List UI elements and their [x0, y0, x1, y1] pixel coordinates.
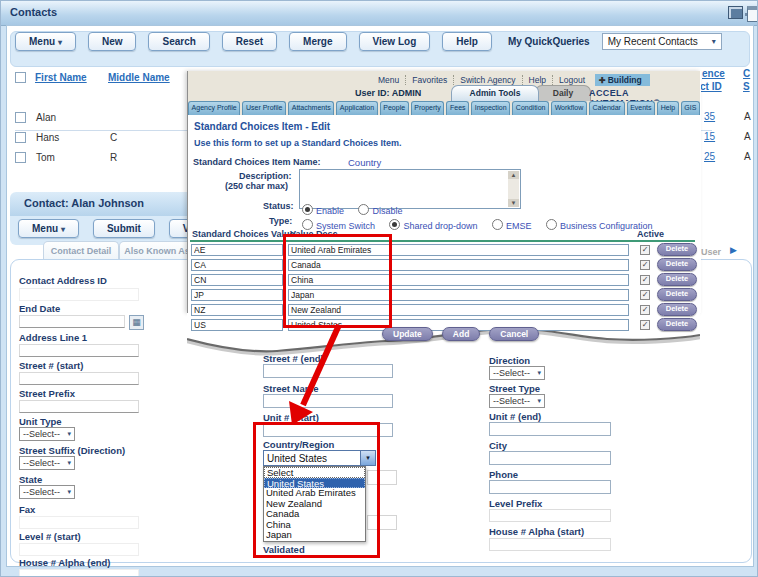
status-label: Status:	[263, 201, 294, 211]
cell-ref-link[interactable]: 35	[704, 111, 715, 122]
radio-enable[interactable]	[302, 204, 313, 215]
nav-tab-gis[interactable]: GIS	[681, 101, 700, 115]
choice-code-input[interactable]	[191, 244, 283, 256]
level-no-start-input[interactable]	[19, 543, 139, 556]
tab-user-overflow[interactable]: User	[701, 247, 721, 257]
choice-code-input[interactable]	[191, 304, 283, 316]
quickqueries-select[interactable]: My Recent Contacts ▾	[602, 33, 722, 50]
delete-button[interactable]: Delete	[657, 288, 697, 301]
column-header-reference-frag2[interactable]: ct ID	[700, 81, 722, 92]
help-button[interactable]: Help	[442, 32, 492, 51]
cell-ref-link[interactable]: 25	[704, 151, 715, 162]
active-checkbox[interactable]: ✓	[640, 320, 650, 330]
radio-disable[interactable]	[358, 204, 369, 215]
nav-tab-condition[interactable]: Condition	[512, 101, 549, 115]
contact-address-id-input[interactable]	[19, 288, 139, 301]
add-button[interactable]: Add	[442, 327, 481, 341]
nav-tab-property[interactable]: Property	[411, 101, 445, 115]
search-button[interactable]: Search	[148, 32, 209, 51]
radio-shared-dropdown[interactable]	[389, 219, 400, 230]
active-checkbox[interactable]: ✓	[640, 275, 650, 285]
delete-button[interactable]: Delete	[657, 318, 697, 331]
delete-button[interactable]: Delete	[657, 273, 697, 286]
overlay-favorites-link[interactable]: Favorites	[405, 75, 453, 85]
overlay-help-link[interactable]: Help	[522, 75, 552, 85]
nav-tab-fees[interactable]: Fees	[446, 101, 469, 115]
cancel-button[interactable]: Cancel	[489, 327, 539, 341]
overlay-logout-link[interactable]: Logout	[552, 75, 591, 85]
phone-input[interactable]	[489, 480, 611, 494]
scroll-up-icon[interactable]: ▲	[508, 171, 519, 179]
textarea-scrollbar[interactable]: ▲ ▼	[508, 171, 519, 207]
nav-tab-calendar[interactable]: Calendar	[589, 101, 625, 115]
row-checkbox[interactable]	[15, 132, 26, 143]
street-suffix-select[interactable]: --Select--▾	[19, 456, 75, 470]
column-header-first-name[interactable]: First Name	[35, 72, 87, 83]
nav-tab-workflow[interactable]: Workflow	[551, 101, 587, 115]
maximize-icon[interactable]	[747, 6, 758, 22]
row-checkbox[interactable]	[15, 152, 26, 163]
window-app-icon[interactable]	[728, 6, 743, 19]
nav-tab-inspection[interactable]: Inspection	[471, 101, 510, 115]
column-header-middle-name[interactable]: Middle Name	[108, 72, 170, 83]
merge-button[interactable]: Merge	[289, 32, 346, 51]
house-alpha-end-input[interactable]	[19, 569, 139, 577]
tab-also-known-as[interactable]: Also Known As	[119, 241, 195, 261]
column-header-reference-frag[interactable]: ence	[702, 68, 725, 79]
tab-contact-detail[interactable]: Contact Detail	[43, 241, 119, 261]
nav-tab-user-profile[interactable]: User Profile	[242, 101, 286, 115]
reset-button[interactable]: Reset	[222, 32, 277, 51]
choice-code-input[interactable]	[191, 274, 283, 286]
overlay-menu-link[interactable]: Menu	[372, 75, 405, 85]
column-header-status-frag2[interactable]: S	[743, 81, 750, 92]
tab-daily[interactable]: Daily	[535, 85, 591, 101]
choice-code-input[interactable]	[191, 259, 283, 271]
direction-select[interactable]: --Select--▾	[489, 366, 545, 380]
nav-tab-attachments[interactable]: Attachments	[288, 101, 334, 115]
contact-menu-button[interactable]: Menu ▾	[18, 219, 79, 238]
end-date-input[interactable]	[19, 315, 125, 328]
fax-input[interactable]	[19, 516, 139, 529]
delete-button[interactable]: Delete	[657, 258, 697, 271]
nav-tab-application[interactable]: Application	[336, 101, 377, 115]
calendar-icon[interactable]: ▦	[129, 315, 144, 330]
radio-emse[interactable]	[492, 219, 503, 230]
column-header-status-frag[interactable]: C	[743, 68, 750, 79]
delete-button[interactable]: Delete	[657, 243, 697, 256]
city-input[interactable]	[489, 451, 611, 465]
level-prefix-input[interactable]	[489, 509, 611, 522]
nav-tab-agency-profile[interactable]: Agency Profile	[188, 101, 240, 115]
menu-button[interactable]: Menu ▾	[15, 32, 76, 51]
nav-tab-people[interactable]: People	[380, 101, 409, 115]
scroll-down-icon[interactable]: ▼	[508, 199, 519, 207]
row-checkbox[interactable]	[15, 112, 26, 123]
active-checkbox[interactable]: ✓	[640, 290, 650, 300]
street-prefix-input[interactable]	[19, 400, 139, 413]
address-line-1-input[interactable]	[19, 344, 139, 357]
update-button[interactable]: Update	[382, 327, 433, 341]
state-select[interactable]: --Select--▾	[19, 485, 75, 499]
street-type-select[interactable]: --Select--▾	[489, 394, 545, 408]
delete-button[interactable]: Delete	[657, 303, 697, 316]
tab-admin-tools[interactable]: Admin Tools	[451, 85, 539, 101]
active-checkbox[interactable]: ✓	[640, 305, 650, 315]
tab-scroll-right-icon[interactable]: ▶	[730, 245, 737, 255]
building-module-chip[interactable]: ✚Building	[595, 74, 650, 86]
submit-button[interactable]: Submit	[93, 219, 155, 238]
unit-type-select[interactable]: --Select--▾	[19, 427, 75, 441]
nav-tab-events[interactable]: Events	[627, 101, 656, 115]
nav-tab-help[interactable]: Help	[657, 101, 679, 115]
unit-no-end-input[interactable]	[489, 422, 611, 436]
select-all-checkbox[interactable]	[15, 72, 26, 83]
cell-ref-link[interactable]: 15	[704, 131, 715, 142]
overlay-switch-agency-link[interactable]: Switch Agency	[453, 75, 521, 85]
street-no-start-input[interactable]	[19, 372, 139, 385]
view-log-button[interactable]: View Log	[359, 32, 431, 51]
active-checkbox[interactable]: ✓	[640, 245, 650, 255]
house-alpha-start-input[interactable]	[489, 538, 611, 551]
choice-code-input[interactable]	[191, 289, 283, 301]
choice-code-input[interactable]	[191, 319, 283, 331]
radio-business-configuration[interactable]	[546, 219, 557, 230]
active-checkbox[interactable]: ✓	[640, 260, 650, 270]
new-button[interactable]: New	[88, 32, 137, 51]
